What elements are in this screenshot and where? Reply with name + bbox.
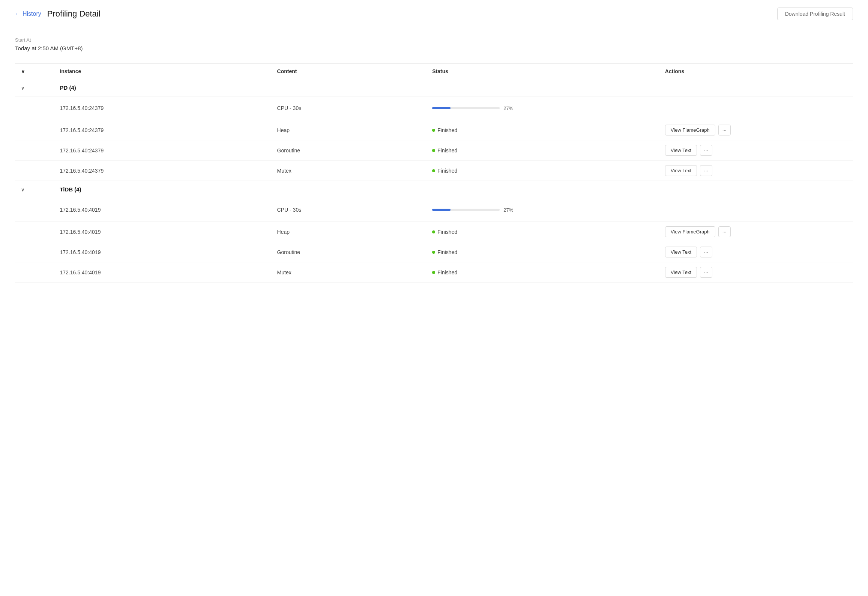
back-label: History: [23, 11, 41, 17]
group-chevron[interactable]: ∨: [15, 181, 54, 198]
col-actions: Actions: [659, 64, 853, 79]
status-finished: Finished: [432, 168, 653, 174]
table-row: 172.16.5.40:4019Heap Finished View Flame…: [15, 222, 853, 242]
action-button[interactable]: View Text: [665, 247, 697, 257]
table-container: ∨ Instance Content Status Actions ∨ PD (…: [0, 63, 868, 283]
actions-cell: View Text ···: [659, 140, 853, 161]
row-expand-cell: [15, 198, 54, 222]
table-row: 172.16.5.40:24379Mutex Finished View Tex…: [15, 161, 853, 181]
group-chevron[interactable]: ∨: [15, 79, 54, 96]
row-expand-cell: [15, 262, 54, 283]
more-button[interactable]: ···: [700, 145, 712, 156]
start-at-label: Start At: [15, 37, 853, 43]
instance-cell: 172.16.5.40:4019: [54, 222, 271, 242]
content-cell: Heap: [271, 120, 426, 140]
actions-container: View Text ···: [665, 267, 847, 278]
action-button[interactable]: View Text: [665, 165, 697, 176]
col-status: Status: [426, 64, 659, 79]
instance-cell: 172.16.5.40:4019: [54, 242, 271, 262]
status-dot-icon: [432, 149, 435, 152]
row-expand-cell: [15, 161, 54, 181]
instance-cell: 172.16.5.40:24379: [54, 96, 271, 120]
content-cell: CPU - 30s: [271, 96, 426, 120]
expand-all-icon[interactable]: ∨: [21, 68, 25, 74]
meta-section: Start At Today at 2:50 AM (GMT+8): [0, 28, 868, 63]
download-button[interactable]: Download Profiling Result: [777, 8, 853, 20]
instance-cell: 172.16.5.40:4019: [54, 198, 271, 222]
more-button[interactable]: ···: [700, 165, 712, 176]
table-header-row: ∨ Instance Content Status Actions: [15, 64, 853, 79]
action-button[interactable]: View Text: [665, 267, 697, 278]
actions-cell: [659, 198, 853, 222]
more-button[interactable]: ···: [700, 247, 712, 257]
more-button[interactable]: ···: [700, 267, 712, 278]
actions-cell: View Text ···: [659, 242, 853, 262]
progress-pct: 27%: [503, 105, 513, 111]
status-dot-icon: [432, 230, 435, 233]
more-button[interactable]: ···: [718, 226, 731, 237]
actions-cell: View FlameGraph ···: [659, 120, 853, 140]
content-cell: Heap: [271, 222, 426, 242]
group-name: TiDB (4): [54, 181, 853, 198]
back-link[interactable]: ← History: [15, 11, 41, 17]
status-label: Finished: [437, 127, 457, 133]
row-expand-cell: [15, 140, 54, 161]
row-expand-cell: [15, 96, 54, 120]
group-name: PD (4): [54, 79, 853, 96]
status-dot-icon: [432, 271, 435, 274]
status-dot-icon: [432, 251, 435, 254]
actions-cell: [659, 96, 853, 120]
actions-container: View FlameGraph ···: [665, 226, 847, 237]
instance-cell: 172.16.5.40:24379: [54, 140, 271, 161]
status-dot-icon: [432, 169, 435, 172]
row-expand-cell: [15, 242, 54, 262]
content-cell: Goroutine: [271, 140, 426, 161]
status-cell: Finished: [426, 120, 659, 140]
no-actions: [665, 203, 847, 217]
col-expand: ∨: [15, 64, 54, 79]
actions-container: View Text ···: [665, 247, 847, 257]
start-at-value: Today at 2:50 AM (GMT+8): [15, 45, 853, 51]
status-label: Finished: [437, 168, 457, 174]
progress-bar-fill: [432, 209, 451, 211]
page-title: Profiling Detail: [47, 9, 101, 19]
action-button[interactable]: View FlameGraph: [665, 226, 715, 237]
status-cell: Finished: [426, 262, 659, 283]
status-finished: Finished: [432, 127, 653, 133]
content-cell: CPU - 30s: [271, 198, 426, 222]
status-cell: Finished: [426, 242, 659, 262]
action-button[interactable]: View Text: [665, 145, 697, 156]
actions-cell: View Text ···: [659, 262, 853, 283]
status-finished: Finished: [432, 147, 653, 154]
status-finished: Finished: [432, 229, 653, 235]
status-finished: Finished: [432, 269, 653, 275]
status-finished: Finished: [432, 249, 653, 255]
page-header: ← History Profiling Detail Download Prof…: [0, 0, 868, 28]
table-row: 172.16.5.40:24379CPU - 30s 27%: [15, 96, 853, 120]
profiling-table: ∨ Instance Content Status Actions ∨ PD (…: [15, 63, 853, 283]
actions-container: View Text ···: [665, 145, 847, 156]
status-cell: Finished: [426, 140, 659, 161]
status-label: Finished: [437, 229, 457, 235]
progress-bar-bg: [432, 107, 500, 109]
status-cell: 27%: [426, 96, 659, 120]
content-cell: Mutex: [271, 262, 426, 283]
progress-container: 27%: [432, 207, 653, 213]
action-button[interactable]: View FlameGraph: [665, 125, 715, 135]
table-row: 172.16.5.40:24379Goroutine Finished View…: [15, 140, 853, 161]
row-expand-cell: [15, 222, 54, 242]
row-expand-cell: [15, 120, 54, 140]
status-cell: 27%: [426, 198, 659, 222]
group-row: ∨ PD (4): [15, 79, 853, 96]
actions-cell: View Text ···: [659, 161, 853, 181]
instance-cell: 172.16.5.40:24379: [54, 120, 271, 140]
content-cell: Mutex: [271, 161, 426, 181]
instance-cell: 172.16.5.40:4019: [54, 262, 271, 283]
back-arrow-icon: ←: [15, 11, 21, 17]
table-row: 172.16.5.40:4019Goroutine Finished View …: [15, 242, 853, 262]
status-cell: Finished: [426, 161, 659, 181]
group-row: ∨ TiDB (4): [15, 181, 853, 198]
progress-container: 27%: [432, 105, 653, 111]
progress-bar-fill: [432, 107, 451, 109]
more-button[interactable]: ···: [718, 125, 731, 135]
